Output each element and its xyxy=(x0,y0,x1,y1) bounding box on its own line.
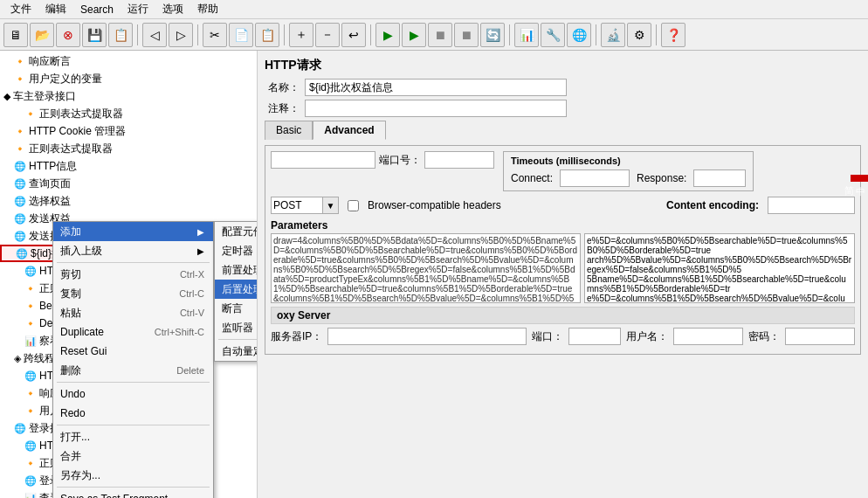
sub1-config[interactable]: 配置元件▶ xyxy=(215,222,258,241)
proxy-user-input[interactable] xyxy=(673,328,743,345)
parameters-label: Parameters xyxy=(271,219,855,232)
sub1-timer[interactable]: 定时器▶ xyxy=(215,241,258,260)
toolbar-close[interactable]: ⊗ xyxy=(56,23,80,47)
sep-ctx2 xyxy=(57,382,210,383)
tree-item-2[interactable]: 🔸 用户定义的变量 xyxy=(0,70,257,87)
port-area: 端口号： xyxy=(271,151,494,169)
tree-item-4[interactable]: 🔸 正则表达式提取器 xyxy=(0,105,257,122)
toolbar-saveas[interactable]: 📋 xyxy=(108,23,133,47)
tree-icon-26: 📊 xyxy=(24,493,37,499)
browser-compat-checkbox[interactable] xyxy=(348,200,359,211)
tree-item-3[interactable]: ◆ 车主登录接口 xyxy=(0,87,257,105)
ctx-merge[interactable]: 合并 xyxy=(53,446,213,466)
content-encoding-input[interactable] xyxy=(768,197,855,214)
name-row: 名称： xyxy=(265,79,861,96)
tree-item-9[interactable]: 🌐 选择权益 xyxy=(0,192,257,210)
menu-search[interactable]: Search xyxy=(73,2,121,17)
lang-button[interactable]: 中简 xyxy=(851,175,868,182)
toolbar-help[interactable]: ❓ xyxy=(661,23,685,47)
menu-file[interactable]: 文件 xyxy=(3,0,38,18)
ctx-saveas[interactable]: 另存为... xyxy=(53,466,213,485)
menu-edit[interactable]: 编辑 xyxy=(38,0,73,18)
content-encoding-label: Content encoding: xyxy=(666,199,759,211)
toolbar-tools[interactable]: 🔧 xyxy=(541,23,565,47)
proxy-server-input[interactable] xyxy=(327,328,527,345)
toolbar-play1[interactable]: ▶ xyxy=(375,23,400,47)
comment-label: 注释： xyxy=(265,101,300,116)
ctx-open[interactable]: 打开... xyxy=(53,427,213,446)
toolbar-copy[interactable]: 📄 xyxy=(229,23,253,47)
tree-item-7[interactable]: 🌐 HTTP信息 xyxy=(0,157,257,175)
toolbar-refresh[interactable]: 🔄 xyxy=(480,23,505,47)
response-input[interactable] xyxy=(693,169,746,187)
tree-icon-18: ◈ xyxy=(14,353,21,364)
toolbar-back[interactable]: ◁ xyxy=(142,23,167,47)
menu-run[interactable]: 运行 xyxy=(121,0,155,18)
toolbar-add[interactable]: ＋ xyxy=(289,23,313,47)
ctx-redo[interactable]: Redo xyxy=(53,404,213,423)
toolbar: 🖥 📂 ⊗ 💾 📋 ◁ ▷ ✂ 📄 📋 ＋ － ↩ ▶ ▶ ⏹ ⏹ 🔄 📊 🔧 … xyxy=(0,19,868,51)
toolbar-remove[interactable]: － xyxy=(315,23,340,47)
toolbar-config[interactable]: ⚙ xyxy=(627,23,651,47)
connect-label: Connect: xyxy=(511,172,553,184)
tab-advanced[interactable]: Advanced xyxy=(313,121,385,140)
sep-ctx3 xyxy=(57,425,210,425)
left-panel: 🔸 响应断言 🔸 用户定义的变量 ◆ 车主登录接口 🔸 正则表达式提取器 🔸 xyxy=(0,51,258,498)
sub1-post[interactable]: 后置处理器▶ xyxy=(215,280,258,299)
proxy-port-input[interactable] xyxy=(568,328,621,345)
toolbar-stop1[interactable]: ⏹ xyxy=(428,23,452,47)
tree-item-5[interactable]: 🔸 HTTP Cookie 管理器 xyxy=(0,122,257,140)
proxy-pass-input[interactable] xyxy=(785,328,855,345)
toolbar-remote[interactable]: 🌐 xyxy=(567,23,591,47)
method-input[interactable] xyxy=(271,197,323,214)
sub1-listener[interactable]: 监听器▶ xyxy=(215,318,258,337)
port-input[interactable] xyxy=(424,151,494,169)
browser-compat-label: Browser-compatible headers xyxy=(368,199,501,211)
ctx-add[interactable]: 添加▶ xyxy=(53,222,213,241)
ctx-save-fragment[interactable]: Save as Test Fragment xyxy=(53,489,213,498)
tree-item-6[interactable]: 🔸 正则表达式提取器 xyxy=(0,140,257,157)
timeouts-fields: Connect: Response: xyxy=(511,169,746,187)
toolbar-cut[interactable]: ✂ xyxy=(203,23,227,47)
sep5 xyxy=(509,24,510,45)
tree-icon-1: 🔸 xyxy=(14,56,26,67)
ctx-duplicate[interactable]: DuplicateCtrl+Shift-C xyxy=(53,322,213,342)
tree-icon-24: 🔸 xyxy=(24,458,37,469)
timeouts-port-row: 端口号： Timeouts (milliseconds) Connect: Re… xyxy=(271,151,855,191)
toolbar-chart[interactable]: 📊 xyxy=(514,23,539,47)
toolbar-save[interactable]: 💾 xyxy=(82,23,107,47)
sep2 xyxy=(197,24,198,45)
toolbar-paste[interactable]: 📋 xyxy=(255,23,279,47)
connect-input[interactable] xyxy=(560,169,630,187)
ctx-reset-gui[interactable]: Reset Gui xyxy=(53,342,213,361)
name-input[interactable] xyxy=(305,79,567,96)
sep7 xyxy=(656,24,657,45)
tree-item-8[interactable]: 🌐 查询页面 xyxy=(0,175,257,192)
server-input[interactable] xyxy=(271,151,375,169)
ctx-undo[interactable]: Undo xyxy=(53,384,213,404)
ctx-copy[interactable]: 复制Ctrl-C xyxy=(53,284,213,303)
tree-item-1[interactable]: 🔸 响应断言 xyxy=(0,52,257,70)
method-dropdown-btn[interactable]: ▼ xyxy=(323,197,339,214)
toolbar-open[interactable]: 📂 xyxy=(30,23,54,47)
toolbar-stop2[interactable]: ⏹ xyxy=(454,23,479,47)
comment-input[interactable] xyxy=(305,100,567,117)
tree-icon-5: 🔸 xyxy=(14,126,26,137)
sub1-assert[interactable]: 断言▶ xyxy=(215,299,258,318)
ctx-delete[interactable]: 删除Delete xyxy=(53,361,213,380)
sub1-pre[interactable]: 前置处理器▶ xyxy=(215,260,258,280)
tab-basic[interactable]: Basic xyxy=(265,121,313,140)
tree-icon-4: 🔸 xyxy=(24,108,37,120)
proxy-user-label: 用户名： xyxy=(626,329,668,344)
menu-help[interactable]: 帮助 xyxy=(190,0,225,18)
toolbar-expand[interactable]: ↩ xyxy=(341,23,366,47)
toolbar-new[interactable]: 🖥 xyxy=(3,23,28,47)
ctx-insert-up[interactable]: 插入上级▶ xyxy=(53,241,213,260)
ctx-cut[interactable]: 剪切Ctrl-X xyxy=(53,265,213,284)
toolbar-forward[interactable]: ▷ xyxy=(169,23,193,47)
ctx-paste[interactable]: 粘贴Ctrl-V xyxy=(53,303,213,322)
toolbar-play2[interactable]: ▶ xyxy=(402,23,426,47)
menu-options[interactable]: 选项 xyxy=(155,0,190,18)
sub1-auto[interactable]: 自动量定向 xyxy=(215,342,258,361)
toolbar-binoculars[interactable]: 🔬 xyxy=(601,23,625,47)
